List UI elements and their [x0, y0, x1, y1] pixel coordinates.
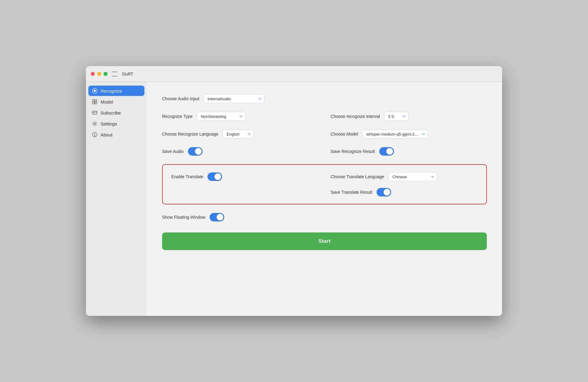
- recognize-icon: [92, 88, 97, 94]
- about-icon: [92, 132, 97, 137]
- save-translate-result-thumb: [384, 189, 390, 196]
- enable-translate-label: Enable Translate: [171, 174, 203, 179]
- svg-point-8: [94, 123, 95, 124]
- recognize-interval-label: Choose recognize interval: [331, 114, 380, 119]
- choose-model-select-wrapper: whisper-medium-q5-ggml-2...: [362, 129, 428, 139]
- sidebar-item-subscribe[interactable]: Subscribe: [88, 108, 144, 118]
- recognize-interval-select-wrapper: 1 S 2 S 3 S 5 S 10 S: [384, 112, 409, 121]
- recognize-interval-field: Choose recognize interval 1 S 2 S 3 S 5 …: [331, 112, 487, 121]
- save-audio-thumb: [195, 148, 202, 155]
- sidebar-item-label: Subscribe: [101, 110, 121, 115]
- form-grid: Choose Audio Input InternalAudio Default…: [162, 94, 487, 250]
- save-audio-toggle[interactable]: [188, 147, 203, 156]
- svg-rect-4: [93, 102, 94, 104]
- settings-icon: [92, 121, 97, 126]
- choose-model-label: Choose Model: [331, 132, 358, 136]
- save-audio-label: Save Audio: [162, 149, 184, 154]
- svg-rect-7: [94, 113, 95, 114]
- sidebar-item-label: Recognize: [101, 88, 122, 94]
- start-button[interactable]: Start: [162, 232, 487, 250]
- save-recognize-result-field: Save Recognize Result: [331, 147, 487, 156]
- svg-rect-6: [93, 111, 97, 115]
- subscribe-icon: [92, 110, 97, 115]
- sidebar-item-settings[interactable]: Settings: [88, 118, 144, 129]
- svg-rect-5: [95, 102, 97, 104]
- enable-translate-field: Enable Translate: [171, 172, 318, 181]
- recognize-interval-select[interactable]: 1 S 2 S 3 S 5 S 10 S: [384, 112, 409, 121]
- floating-window-toggle[interactable]: [210, 213, 224, 221]
- sidebar-item-recognize[interactable]: Recognize: [88, 86, 144, 96]
- sidebar-toggle-button[interactable]: [112, 72, 117, 76]
- recognize-type-select[interactable]: NonStreaming Streaming: [197, 112, 246, 121]
- svg-rect-2: [93, 100, 94, 101]
- language-model-row: Choose Recognize Language English Chines…: [162, 129, 487, 139]
- floating-window-field: Show Floating Window: [162, 213, 318, 221]
- recognize-type-row: Recognize Type NonStreaming Streaming: [162, 112, 487, 121]
- enable-translate-thumb: [214, 173, 221, 180]
- recognize-type-field: Recognize Type NonStreaming Streaming: [162, 112, 318, 121]
- audio-input-field: Choose Audio Input InternalAudio Default…: [162, 94, 318, 103]
- recognize-type-label: Recognize Type: [162, 114, 193, 119]
- floating-window-label: Show Floating Window: [162, 215, 205, 220]
- window-title: DuRT: [122, 72, 133, 76]
- audio-input-select[interactable]: InternalAudio Default Microphone Built-i…: [204, 94, 264, 103]
- recognize-language-select-wrapper: English Chinese Japanese Auto: [222, 129, 254, 139]
- recognize-language-select[interactable]: English Chinese Japanese Auto: [222, 129, 254, 139]
- svg-rect-3: [95, 100, 97, 101]
- save-translate-result-row: Save Translate Result: [171, 188, 478, 196]
- enable-translate-toggle[interactable]: [207, 172, 222, 181]
- floating-window-track: [210, 213, 224, 221]
- audio-input-row: Choose Audio Input InternalAudio Default…: [162, 94, 487, 103]
- translate-language-select[interactable]: Chinese English Japanese: [388, 172, 437, 181]
- window-body: Recognize Model: [86, 82, 502, 316]
- sidebar-item-label: Model: [101, 99, 113, 104]
- app-window: DuRT Recognize: [86, 66, 502, 316]
- choose-model-select[interactable]: whisper-medium-q5-ggml-2...: [362, 129, 428, 139]
- titlebar: DuRT: [86, 66, 502, 82]
- recognize-language-field: Choose Recognize Language English Chines…: [162, 129, 318, 139]
- save-audio-row: Save Audio Save Recognize Result: [162, 147, 487, 156]
- audio-input-select-wrapper: InternalAudio Default Microphone Built-i…: [204, 94, 264, 103]
- save-recognize-result-toggle[interactable]: [379, 147, 394, 156]
- save-recognize-result-track: [379, 147, 394, 156]
- fullscreen-button[interactable]: [104, 72, 108, 76]
- traffic-lights: [91, 72, 108, 76]
- floating-window-row: Show Floating Window: [162, 213, 487, 221]
- sidebar-item-about[interactable]: About: [88, 129, 144, 140]
- translate-language-field: Choose Translate Language Chinese Englis…: [331, 172, 478, 181]
- save-audio-track: [188, 147, 203, 156]
- sidebar: Recognize Model: [86, 82, 147, 316]
- audio-input-label: Choose Audio Input: [162, 96, 199, 101]
- main-content: Choose Audio Input InternalAudio Default…: [147, 82, 502, 316]
- sidebar-item-model[interactable]: Model: [88, 97, 144, 107]
- close-button[interactable]: [91, 72, 95, 76]
- enable-translate-row: Enable Translate Choose Translate Langua…: [171, 172, 478, 181]
- translate-section: Enable Translate Choose Translate Langua…: [162, 164, 487, 204]
- save-recognize-result-label: Save Recognize Result: [331, 149, 375, 154]
- recognize-type-select-wrapper: NonStreaming Streaming: [197, 112, 246, 121]
- svg-point-1: [94, 90, 96, 92]
- save-recognize-result-thumb: [386, 148, 393, 155]
- sidebar-item-label: Settings: [101, 121, 117, 126]
- translate-language-label: Choose Translate Language: [331, 174, 384, 179]
- save-audio-field: Save Audio: [162, 147, 318, 156]
- save-translate-result-toggle[interactable]: [377, 188, 391, 196]
- save-translate-result-label: Save Translate Result: [331, 190, 372, 195]
- save-translate-result-field: Save Translate Result: [331, 188, 478, 196]
- enable-translate-track: [207, 172, 222, 181]
- save-translate-result-track: [377, 188, 391, 196]
- translate-language-select-wrapper: Chinese English Japanese: [388, 172, 437, 181]
- minimize-button[interactable]: [97, 72, 101, 76]
- floating-window-thumb: [217, 214, 223, 221]
- model-icon: [92, 99, 97, 104]
- choose-model-field: Choose Model whisper-medium-q5-ggml-2...: [331, 129, 487, 139]
- recognize-language-label: Choose Recognize Language: [162, 132, 218, 136]
- sidebar-item-label: About: [101, 132, 112, 137]
